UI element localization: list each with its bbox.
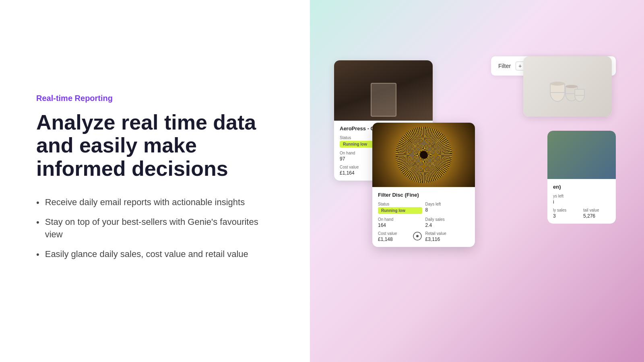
bullet-item-1: Receive daily email reports with actiona… (36, 196, 274, 209)
left-panel: Real-time Reporting Analyze real time da… (0, 0, 310, 362)
filter-disc-retail: Retail value £3,116 (425, 231, 470, 242)
bullet-item-2: Stay on top of your best-sellers with Ge… (36, 216, 274, 241)
filter-disc-stats: On hand 164 Daily sales 2.4 Cost value £… (378, 217, 469, 242)
card-cups[interactable] (523, 56, 612, 117)
svg-point-9 (416, 235, 419, 237)
filter-disc-retail-value: £3,116 (425, 237, 470, 242)
filter-disc-on-hand: On hand 164 (378, 217, 422, 228)
card-partial: en) ys left i ly sales 3 tail value 5,27… (547, 131, 616, 224)
filter-disc-status-badge: Running low (378, 207, 422, 214)
filter-disc-image (372, 123, 475, 187)
filter-disc-on-hand-label: On hand (378, 217, 422, 222)
cups-svg (543, 62, 592, 111)
card-filter-disc[interactable]: Filter Disc (Fine) Status Running low Da… (372, 123, 475, 247)
partial-card-image (547, 131, 616, 179)
aeropress-image (334, 60, 433, 121)
right-panel: Filter + Shopify status (Is Active) × Ae… (310, 0, 644, 362)
filter-disc-status-col: Status Running low (378, 202, 422, 214)
filter-disc-days-label: Days left (425, 202, 470, 206)
filter-disc-daily-label: Daily sales (425, 217, 470, 222)
section-label: Real-time Reporting (36, 94, 274, 103)
bullet-list: Receive daily email reports with actiona… (36, 196, 274, 268)
filter-disc-status-label: Status (378, 202, 422, 206)
svg-point-5 (566, 85, 578, 88)
filter-disc-product-name: Filter Disc (Fine) (378, 192, 469, 198)
filter-label: Filter (498, 63, 511, 69)
partial-status-row: ys left i (553, 194, 610, 205)
filter-disc-status-row: Status Running low Days left 8 (378, 202, 469, 214)
filter-disc-days-value: 8 (425, 207, 470, 213)
filter-disc-body: Filter Disc (Fine) Status Running low Da… (372, 187, 475, 247)
mouse-cursor (413, 231, 422, 241)
svg-rect-7 (575, 89, 584, 95)
filter-disc-daily-value: 2.4 (425, 222, 470, 228)
filter-disc-on-hand-value: 164 (378, 222, 422, 228)
filter-disc-days-col: Days left 8 (425, 202, 470, 214)
partial-product-name: en) (553, 184, 610, 190)
filter-disc-daily: Daily sales 2.4 (425, 217, 470, 228)
partial-card-body: en) ys left i ly sales 3 tail value 5,27… (547, 179, 616, 224)
main-heading: Analyze real time data and easily make i… (36, 111, 274, 180)
bullet-item-3: Easily glance daily sales, cost value an… (36, 248, 274, 261)
cups-image (523, 56, 612, 117)
svg-point-2 (550, 82, 565, 86)
cursor-icon (413, 231, 422, 241)
filter-disc-retail-label: Retail value (425, 231, 470, 236)
